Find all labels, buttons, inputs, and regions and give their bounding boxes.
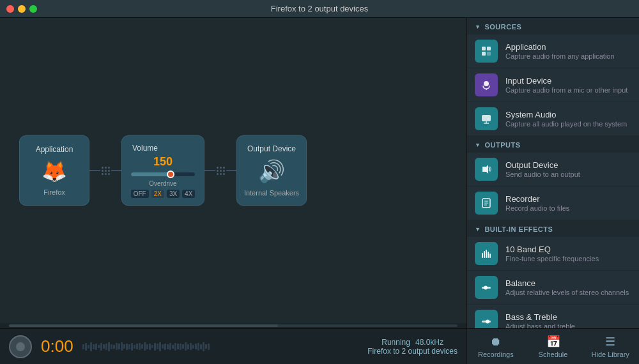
eq-title: 10 Band EQ [505,245,599,254]
overdrive-3x[interactable]: 3X [167,190,180,198]
canvas-area: Application 🦊 Firefox [0,18,466,364]
volume-node-label: Volume [132,144,158,153]
connector-2 [204,165,236,176]
horizontal-scrollbar[interactable] [9,324,458,327]
sidebar-scroll[interactable]: ▼ SOURCES Application Capture audio from… [467,18,639,328]
window-title: Firefox to 2 output devices [271,4,368,13]
outputs-label: OUTPUTS [484,141,520,149]
pipeline-name-status: Firefox to 2 output devices [367,347,458,356]
minimize-button[interactable] [18,5,26,13]
tab-recordings[interactable]: ⏺ Recordings [467,331,525,362]
sidebar-item-10-band-eq[interactable]: 10 Band EQ Fine-tune specific frequencie… [467,237,639,271]
svg-rect-2 [482,52,486,56]
volume-value: 150 [153,155,173,169]
scrollbar-area [0,323,466,328]
svg-rect-6 [482,115,491,121]
application-node[interactable]: Application 🦊 Firefox [19,135,89,206]
sidebar: ▼ SOURCES Application Capture audio from… [466,18,639,364]
application-source-title: Application [505,42,615,52]
svg-marker-9 [482,165,488,174]
scrollbar-thumb [9,324,278,327]
eq-icon [475,242,498,265]
pipeline-area: Application 🦊 Firefox [0,18,466,323]
sidebar-item-input-device[interactable]: Input Device Capture audio from a mic or… [467,68,639,102]
sidebar-item-balance[interactable]: Balance Adjust relative levels of stereo… [467,271,639,305]
effects-label: BUILT-IN EFFECTS [484,225,553,233]
application-source-text: Application Capture audio from any appli… [505,42,615,60]
slider-thumb [167,171,174,178]
effects-arrow-icon: ▼ [475,226,481,232]
application-node-icon: 🦊 [42,159,67,183]
output-device-sidebar-title: Output Device [505,160,580,170]
sidebar-item-recorder[interactable]: Recorder Record audio to files [467,186,639,220]
balance-desc: Adjust relative levels of stereo channel… [505,289,629,296]
sidebar-item-application[interactable]: Application Capture audio from any appli… [467,34,639,68]
volume-slider[interactable] [131,172,195,176]
sources-section-header: ▼ SOURCES [467,18,639,34]
eq-text: 10 Band EQ Fine-tune specific frequencie… [505,245,599,262]
system-audio-desc: Capture all audio played on the system [505,120,627,128]
record-button[interactable] [9,335,32,358]
sample-rate: 48.0kHz [415,338,443,347]
bass-treble-title: Bass & Treble [505,312,575,322]
svg-rect-14 [482,253,483,258]
status-info: Running 48.0kHz Firefox to 2 output devi… [367,338,458,356]
tab-hide-library[interactable]: ☰ Hide Library [581,331,639,362]
outputs-section-header: ▼ OUTPUTS [467,136,639,153]
output-device-sidebar-text: Output Device Send audio to an output [505,160,580,178]
svg-point-20 [484,286,488,290]
overdrive-label: Overdrive [149,180,176,187]
system-audio-icon [475,107,498,130]
schedule-icon: 📅 [546,335,560,349]
application-source-icon [475,40,498,63]
output-node[interactable]: Output Device 🔊 Internal Speakers [236,135,307,206]
sources-label: SOURCES [484,23,521,31]
overdrive-off[interactable]: OFF [131,190,149,198]
effects-section-header: ▼ BUILT-IN EFFECTS [467,220,639,237]
status-bar: 0:00 [0,328,466,364]
close-button[interactable] [6,5,14,13]
overdrive-4x[interactable]: 4X [182,190,195,198]
output-node-sublabel: Internal Speakers [244,189,299,197]
svg-rect-18 [489,254,491,258]
overdrive-buttons: OFF 2X 3X 4X [131,190,196,198]
svg-rect-15 [484,251,485,258]
record-indicator [16,342,25,351]
eq-desc: Fine-tune specific frequencies [505,255,599,262]
output-device-sidebar-desc: Send audio to an output [505,171,580,178]
main-layout: Application 🦊 Firefox [0,18,639,364]
traffic-lights [6,5,37,13]
time-display: 0:00 [41,337,73,356]
recordings-icon: ⏺ [490,335,502,349]
balance-icon [475,276,498,299]
sidebar-item-system-audio[interactable]: System Audio Capture all audio played on… [467,102,639,136]
input-device-text: Input Device Capture audio from a mic or… [505,76,627,94]
recorder-icon [475,192,498,215]
input-device-title: Input Device [505,76,627,86]
tab-bar: ⏺ Recordings 📅 Schedule ☰ Hide Library [467,328,639,364]
balance-title: Balance [505,278,629,288]
output-node-label: Output Device [247,144,296,153]
application-node-label: Application [36,145,73,154]
tab-schedule[interactable]: 📅 Schedule [525,331,582,362]
connector-1 [89,165,121,176]
svg-point-4 [484,81,489,86]
recorder-title: Recorder [505,194,569,204]
svg-rect-0 [482,47,486,50]
svg-point-22 [486,320,489,324]
slider-fill [131,172,169,176]
svg-rect-16 [486,250,487,258]
sidebar-item-bass-treble[interactable]: Bass & Treble Adjust bass and treble [467,305,639,328]
outputs-arrow-icon: ▼ [475,142,481,148]
overdrive-2x[interactable]: 2X [151,190,164,198]
input-device-desc: Capture audio from a mic or other input [505,86,627,94]
application-node-sublabel: Firefox [43,188,65,196]
bass-treble-icon [475,310,498,328]
sidebar-item-output-device[interactable]: Output Device Send audio to an output [467,153,639,186]
sources-arrow-icon: ▼ [475,24,481,30]
maximize-button[interactable] [29,5,37,13]
svg-rect-3 [487,52,491,56]
input-device-icon [475,73,498,96]
hide-library-icon: ☰ [605,335,615,349]
volume-node[interactable]: Volume 150 Overdrive OFF 2X 3X 4X [121,135,204,206]
